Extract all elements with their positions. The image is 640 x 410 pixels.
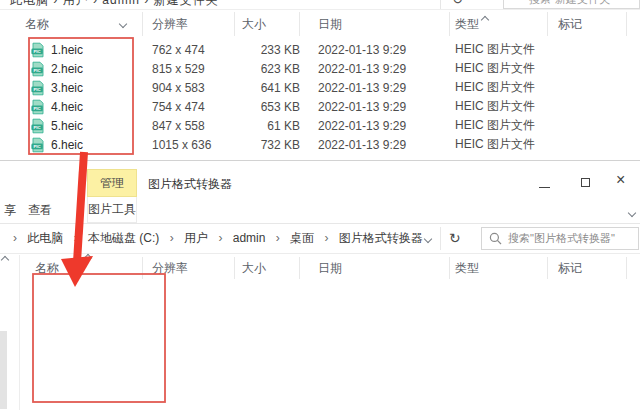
file-name-cell: PIC 5.heic [20,118,143,134]
search-input[interactable]: 搜索"新建文件夹" [503,0,640,9]
svg-text:PIC: PIC [33,106,41,111]
resolution-cell: 847 x 558 [143,119,235,133]
top-column-header-row: 名称 分辨率 大小 日期 类型 标记 [0,12,640,36]
breadcrumb: › 此电脑 › 本地磁盘 (C:) › 用户 › admin › 桌面 › 图片… [6,224,423,253]
breadcrumb-this-pc[interactable]: 此电脑 [27,231,63,245]
date-cell: 2022-01-13 9:29 [300,100,450,114]
converter-explorer-window: 管理 图片格式转换器 × 图片工具 享 查看 › 此电脑 › 本地磁盘 (C:)… [0,160,640,410]
breadcrumb[interactable]: 此电脑 › 用户 › admin › 新建文件夹 [10,0,219,7]
heic-file-icon: PIC [30,99,46,115]
chevron-down-icon[interactable] [119,20,127,28]
search-input[interactable]: 搜索"图片格式转换器" [481,227,639,250]
date-cell: 2022-01-13 9:29 [300,43,450,57]
column-header-size[interactable]: 大小 [235,257,300,279]
ribbon-collapse-icon[interactable] [628,209,636,217]
search-placeholder: 搜索"新建文件夹" [529,0,614,7]
heic-file-icon: PIC [30,61,46,77]
breadcrumb-users[interactable]: 用户 [184,231,208,245]
size-cell: 623 KB [235,62,300,76]
heic-file-list: PIC 1.heic 762 x 474 233 KB 2022-01-13 9… [0,40,627,154]
address-dropdown-icon[interactable] [424,235,432,243]
table-row[interactable]: PIC 5.heic 847 x 558 61 KB 2022-01-13 9:… [20,116,627,135]
tab-picture-tools[interactable]: 图片工具 [87,197,137,223]
table-row[interactable]: PIC 3.heic 904 x 583 641 KB 2022-01-13 9… [20,78,627,97]
file-name-cell: PIC 1.heic [20,42,143,58]
breadcrumb-desktop[interactable]: 桌面 [290,231,314,245]
heic-file-icon: PIC [30,42,46,58]
column-header-tags[interactable]: 标记 [548,12,627,36]
type-cell: HEIC 图片文件 [450,41,548,58]
breadcrumb-local-disk[interactable]: 本地磁盘 (C:) [88,231,159,245]
file-name: 1.heic [51,43,83,57]
top-window-cropped-toolbar: 此电脑 › 用户 › admin › 新建文件夹 ↻ 搜索"新建文件夹" [0,0,640,10]
tab-view[interactable]: 查看 [28,201,52,219]
toolbar-divider [440,0,441,9]
column-header-type[interactable]: 类型 [450,257,548,279]
column-header-tags[interactable]: 标记 [548,257,627,279]
type-cell: HEIC 图片文件 [450,98,548,115]
heic-file-icon: PIC [30,80,46,96]
type-cell: HEIC 图片文件 [450,117,548,134]
file-name: 3.heic [51,81,83,95]
tab-manage[interactable]: 管理 [87,169,137,197]
type-cell: HEIC 图片文件 [450,60,548,77]
size-cell: 641 KB [235,81,300,95]
refresh-icon[interactable]: ↻ [452,0,463,7]
column-header-resolution[interactable]: 分辨率 [143,257,235,279]
column-header-date[interactable]: 日期 [300,257,450,279]
chevron-right-icon: › [276,231,280,245]
svg-text:PIC: PIC [33,144,41,149]
date-cell: 2022-01-13 9:29 [300,62,450,76]
svg-text:PIC: PIC [33,125,41,130]
file-name: 2.heic [51,62,83,76]
svg-text:PIC: PIC [33,87,41,92]
type-cell: HEIC 图片文件 [450,79,548,96]
heic-file-icon: PIC [30,137,46,153]
address-divider [440,227,441,250]
resolution-cell: 815 x 529 [143,62,235,76]
search-placeholder: 搜索"图片格式转换器" [508,228,615,249]
table-row[interactable]: PIC 4.heic 754 x 474 653 KB 2022-01-13 9… [20,97,627,116]
chevron-right-icon: › [74,231,78,245]
size-cell: 653 KB [235,100,300,114]
chevron-right-icon: › [324,231,328,245]
resolution-cell: 1015 x 636 [143,138,235,152]
file-name-cell: PIC 4.heic [20,99,143,115]
search-icon [489,232,502,245]
size-cell: 233 KB [235,43,300,57]
date-cell: 2022-01-13 9:29 [300,138,450,152]
resolution-cell: 762 x 474 [143,43,235,57]
column-header-date[interactable]: 日期 [300,12,450,36]
maximize-button[interactable] [581,178,590,187]
file-name: 4.heic [51,100,83,114]
nav-pane-scrollbar[interactable] [0,331,7,409]
type-cell: HEIC 图片文件 [450,136,548,153]
file-name: 5.heic [51,119,83,133]
file-name-cell: PIC 6.heic [20,137,143,153]
file-name: 6.heic [51,138,83,152]
file-name-cell: PIC 3.heic [20,80,143,96]
file-name-cell: PIC 2.heic [20,61,143,77]
column-header-name[interactable]: 名称 [20,257,143,279]
heic-file-icon: PIC [30,118,46,134]
column-header-resolution[interactable]: 分辨率 [143,12,235,36]
resolution-cell: 904 x 583 [143,81,235,95]
breadcrumb-converter-folder[interactable]: 图片格式转换器 [339,231,423,245]
chevron-right-icon: › [170,231,174,245]
close-button[interactable]: × [616,172,625,188]
column-header-name[interactable]: 名称 [20,12,143,36]
date-cell: 2022-01-13 9:29 [300,81,450,95]
window-title: 图片格式转换器 [148,176,232,193]
refresh-icon[interactable]: ↻ [449,224,461,253]
column-header-type[interactable]: 类型 [450,12,548,36]
tab-share-partial[interactable]: 享 [4,201,16,219]
breadcrumb-admin[interactable]: admin [233,231,266,245]
svg-text:PIC: PIC [33,68,41,73]
table-row[interactable]: PIC 6.heic 1015 x 636 732 KB 2022-01-13 … [20,135,627,154]
table-row[interactable]: PIC 2.heic 815 x 529 623 KB 2022-01-13 9… [20,59,627,78]
date-cell: 2022-01-13 9:29 [300,119,450,133]
column-header-size[interactable]: 大小 [235,12,300,36]
size-cell: 732 KB [235,138,300,152]
table-row[interactable]: PIC 1.heic 762 x 474 233 KB 2022-01-13 9… [20,40,627,59]
minimize-button[interactable] [539,187,550,188]
